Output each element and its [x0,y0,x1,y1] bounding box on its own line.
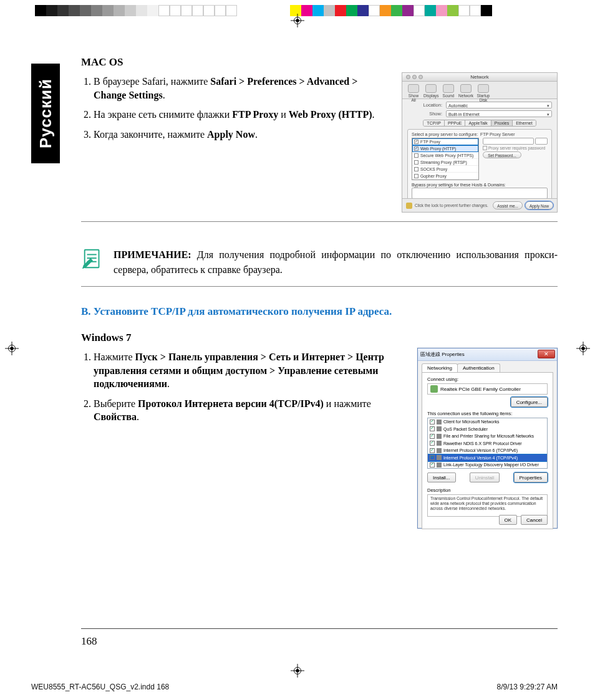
tab-tcp/ip[interactable]: TCP/IP [423,120,445,126]
lock-icon[interactable] [406,203,412,209]
show-select[interactable]: Built-in Ethernet [446,110,552,117]
proxy-server-field[interactable] [483,138,534,145]
connection-item[interactable]: Rawether NDIS 6.X SPR Protocol Driver [428,440,547,448]
macos-network-screenshot: Network Show AllDisplaysSoundNetworkStar… [402,72,558,213]
registration-mark-icon [291,664,304,678]
description-label: Description [427,487,548,493]
bypass-textarea[interactable] [412,188,548,199]
toolbar-item[interactable]: Displays [423,84,438,96]
separator [81,286,558,287]
page-rule [81,628,558,629]
toolbar-item[interactable]: Sound [441,84,456,96]
uninstall-button[interactable]: Uninstall [470,472,500,482]
connect-using-label: Connect using: [427,376,548,382]
tab-appletalk[interactable]: AppleTalk [465,120,491,126]
location-label: Location: [407,102,442,108]
mac-window-titlebar: Network [402,73,557,82]
toolbar-item[interactable]: Show All [406,84,421,96]
set-password-button[interactable]: Set Password... [483,151,521,158]
step-item: Когда закончите, нажмите Apply Now. [94,128,390,141]
proxy-list-header: Select a proxy server to configure: [412,132,480,137]
step-item: Выберите Протокол Интернета версии 4(TCP… [94,397,406,424]
registration-mark-icon [5,342,19,355]
connection-item[interactable]: File and Printer Sharing for Microsoft N… [428,433,547,440]
adapter-field: Realtek PCIe GBE Family Controller [427,383,548,395]
connection-item[interactable]: Link-Layer Topology Discovery Mapper I/O… [428,461,547,469]
registration-mark-icon [576,342,590,355]
registration-mark-icon [291,14,304,27]
connection-item[interactable]: Client for Microsoft Networks [428,418,547,426]
tab-ethernet[interactable]: Ethernet [513,120,535,126]
connection-item[interactable]: Link-Layer Topology Discovery Responder [428,469,547,469]
connection-item[interactable]: Internet Protocol Version 4 (TCP/IPv4) [428,454,547,462]
assist-button[interactable]: Assist me... [493,201,523,209]
connection-item[interactable]: Internet Protocol Version 6 (TCP/IPv6) [428,447,547,454]
toolbar-item[interactable]: Network [458,84,473,96]
bypass-label: Bypass proxy settings for these Hosts & … [412,183,548,187]
tab-proxies[interactable]: Proxies [491,120,513,126]
separator [81,221,558,222]
proxy-item[interactable]: Secure Web Proxy (HTTPS) [412,152,478,159]
proxy-item[interactable]: Gopher Proxy [412,173,478,180]
indesign-timestamp: 8/9/13 9:29:27 AM [497,683,558,691]
lock-text: Click the lock to prevent further change… [415,203,490,208]
windows-properties-screenshot: 區域連線 Properties ✕ NetworkingAuthenticati… [417,348,558,529]
adapter-name: Realtek PCIe GBE Family Controller [440,386,521,392]
close-icon[interactable]: ✕ [538,350,555,358]
items-label: This connection uses the following items… [427,411,548,416]
note-icon [81,247,105,271]
connection-item[interactable]: QoS Packet Scheduler [428,426,547,433]
step-item: На экране сеть снимите флажки FTP Proxy … [94,108,390,122]
properties-button[interactable]: Properties [514,472,548,482]
step-item: В браузере Safari, нажмите Safari > Pref… [94,75,390,102]
proxy-item[interactable]: Streaming Proxy (RTSP) [412,159,478,166]
requires-password-checkbox[interactable] [483,146,487,150]
adapter-icon [430,385,438,393]
proxy-item[interactable]: SOCKS Proxy [412,166,478,173]
ok-button[interactable]: OK [499,515,518,525]
location-select[interactable]: Automatic [446,102,552,108]
tab-networking[interactable]: Networking [422,363,458,372]
macos-heading: MAC OS [81,56,558,69]
toolbar-item[interactable]: Startup Disk [476,84,491,96]
win-tabs[interactable]: NetworkingAuthentication [418,361,557,372]
proxy-port-field[interactable] [535,138,548,145]
configure-button[interactable]: Configure... [511,397,548,407]
mac-traffic-lights-icon [406,75,423,79]
description-text: Transmission Control Protocol/Internet P… [427,494,548,517]
apply-now-button[interactable]: Apply Now [525,201,553,209]
show-label: Show: [407,111,442,117]
language-tab: Русский [31,64,60,163]
proxy-item[interactable]: FTP Proxy [412,138,478,145]
page-number: 168 [81,635,97,648]
tab-pppoe[interactable]: PPPoE [445,120,466,126]
proxy-server-header: FTP Proxy Server [480,132,515,137]
mac-window-title: Network [470,74,488,80]
note-text: ПРИМЕЧАНИЕ: Для получения подробной инфо… [114,247,558,277]
win-window-title: 區域連線 Properties [420,351,465,358]
indesign-filename: WEU8555_RT-AC56U_QSG_v2.indd 168 [31,683,169,691]
cancel-button[interactable]: Cancel [521,515,548,525]
connection-items-list[interactable]: Client for Microsoft NetworksQoS Packet … [427,418,548,469]
proxy-list[interactable]: FTP ProxyWeb Proxy (HTTP)Secure Web Prox… [412,138,479,180]
tab-authentication[interactable]: Authentication [457,363,500,372]
win-titlebar: 區域連線 Properties ✕ [418,348,557,361]
mac-toolbar: Show AllDisplaysSoundNetworkStartup Disk [402,82,557,99]
install-button[interactable]: Install... [427,472,456,482]
step-item: Нажмите Пуск > Панель управления > Сеть … [94,350,406,391]
proxy-item[interactable]: Web Proxy (HTTP) [412,145,478,152]
windows-heading: Windows 7 [81,332,558,344]
mac-tabs[interactable]: TCP/IPPPPoEAppleTalkProxiesEthernet [423,120,536,127]
section-b-heading: B. Установите TCP/IP для автоматического… [81,305,558,318]
